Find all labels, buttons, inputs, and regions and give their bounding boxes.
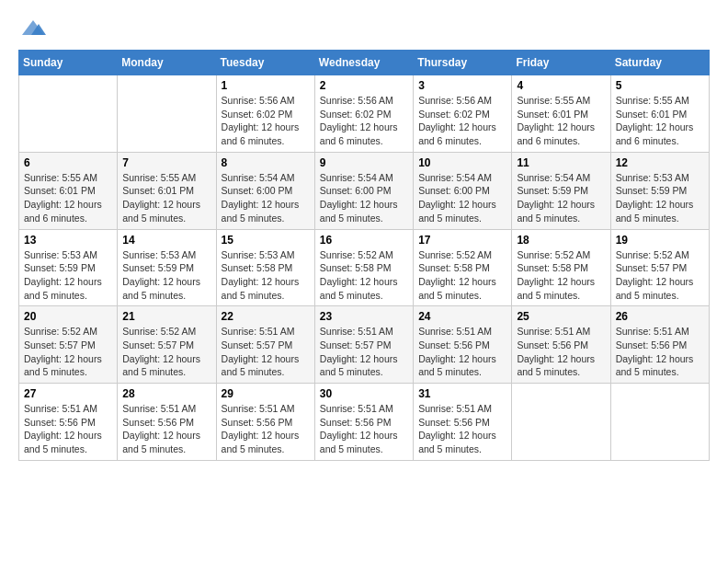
day-number: 12 bbox=[616, 156, 704, 169]
day-info: Sunrise: 5:51 AM Sunset: 5:56 PM Dayligh… bbox=[24, 402, 112, 456]
day-info: Sunrise: 5:51 AM Sunset: 5:56 PM Dayligh… bbox=[517, 325, 605, 379]
logo bbox=[18, 18, 46, 35]
week-row-3: 20Sunrise: 5:52 AM Sunset: 5:57 PM Dayli… bbox=[19, 306, 710, 384]
day-number: 24 bbox=[418, 310, 506, 323]
day-number: 15 bbox=[222, 234, 310, 247]
day-info: Sunrise: 5:55 AM Sunset: 6:01 PM Dayligh… bbox=[616, 94, 704, 148]
day-info: Sunrise: 5:53 AM Sunset: 5:58 PM Dayligh… bbox=[222, 248, 310, 303]
day-info: Sunrise: 5:52 AM Sunset: 5:57 PM Dayligh… bbox=[616, 248, 704, 303]
calendar-cell: 16Sunrise: 5:52 AM Sunset: 5:58 PM Dayli… bbox=[314, 229, 413, 306]
calendar-cell bbox=[610, 384, 709, 461]
day-info: Sunrise: 5:54 AM Sunset: 6:00 PM Dayligh… bbox=[320, 171, 408, 225]
day-number: 21 bbox=[122, 310, 210, 323]
calendar-cell: 26Sunrise: 5:51 AM Sunset: 5:56 PM Dayli… bbox=[610, 306, 709, 384]
day-info: Sunrise: 5:51 AM Sunset: 5:56 PM Dayligh… bbox=[616, 325, 704, 379]
calendar-cell: 18Sunrise: 5:52 AM Sunset: 5:58 PM Dayli… bbox=[512, 229, 610, 306]
day-info: Sunrise: 5:56 AM Sunset: 6:02 PM Dayligh… bbox=[418, 94, 506, 148]
week-row-1: 6Sunrise: 5:55 AM Sunset: 6:01 PM Daylig… bbox=[19, 152, 710, 229]
day-number: 26 bbox=[616, 310, 704, 323]
calendar-cell: 27Sunrise: 5:51 AM Sunset: 5:56 PM Dayli… bbox=[19, 384, 118, 461]
calendar-cell: 14Sunrise: 5:53 AM Sunset: 5:59 PM Dayli… bbox=[118, 229, 216, 306]
calendar-cell: 12Sunrise: 5:53 AM Sunset: 5:59 PM Dayli… bbox=[610, 152, 709, 229]
week-row-0: 1Sunrise: 5:56 AM Sunset: 6:02 PM Daylig… bbox=[19, 75, 710, 153]
calendar-cell: 17Sunrise: 5:52 AM Sunset: 5:58 PM Dayli… bbox=[414, 229, 512, 306]
day-info: Sunrise: 5:53 AM Sunset: 5:59 PM Dayligh… bbox=[122, 248, 210, 303]
day-info: Sunrise: 5:51 AM Sunset: 5:56 PM Dayligh… bbox=[418, 325, 506, 379]
calendar-cell: 7Sunrise: 5:55 AM Sunset: 6:01 PM Daylig… bbox=[118, 152, 216, 229]
calendar-cell: 22Sunrise: 5:51 AM Sunset: 5:57 PM Dayli… bbox=[216, 306, 314, 384]
day-number: 7 bbox=[122, 156, 210, 169]
day-number: 4 bbox=[517, 79, 605, 92]
day-info: Sunrise: 5:51 AM Sunset: 5:56 PM Dayligh… bbox=[122, 402, 210, 456]
header-sunday: Sunday bbox=[19, 51, 118, 75]
calendar-cell bbox=[118, 75, 216, 153]
day-number: 25 bbox=[517, 310, 605, 323]
calendar-cell: 4Sunrise: 5:55 AM Sunset: 6:01 PM Daylig… bbox=[512, 75, 610, 153]
day-info: Sunrise: 5:52 AM Sunset: 5:57 PM Dayligh… bbox=[122, 325, 210, 379]
day-info: Sunrise: 5:52 AM Sunset: 5:58 PM Dayligh… bbox=[320, 248, 408, 303]
day-info: Sunrise: 5:52 AM Sunset: 5:58 PM Dayligh… bbox=[418, 248, 506, 303]
day-number: 18 bbox=[517, 234, 605, 247]
day-info: Sunrise: 5:56 AM Sunset: 6:02 PM Dayligh… bbox=[222, 94, 310, 148]
page-header bbox=[18, 18, 710, 35]
day-number: 11 bbox=[517, 156, 605, 169]
day-info: Sunrise: 5:56 AM Sunset: 6:02 PM Dayligh… bbox=[320, 94, 408, 148]
day-number: 22 bbox=[222, 310, 310, 323]
day-info: Sunrise: 5:51 AM Sunset: 5:57 PM Dayligh… bbox=[222, 325, 310, 379]
week-row-2: 13Sunrise: 5:53 AM Sunset: 5:59 PM Dayli… bbox=[19, 229, 710, 306]
calendar-cell: 1Sunrise: 5:56 AM Sunset: 6:02 PM Daylig… bbox=[216, 75, 314, 153]
day-info: Sunrise: 5:52 AM Sunset: 5:57 PM Dayligh… bbox=[24, 325, 112, 379]
day-number: 29 bbox=[222, 387, 310, 400]
calendar-cell: 29Sunrise: 5:51 AM Sunset: 5:56 PM Dayli… bbox=[216, 384, 314, 461]
day-number: 10 bbox=[418, 156, 506, 169]
day-info: Sunrise: 5:51 AM Sunset: 5:56 PM Dayligh… bbox=[320, 402, 408, 456]
calendar-cell: 28Sunrise: 5:51 AM Sunset: 5:56 PM Dayli… bbox=[118, 384, 216, 461]
day-info: Sunrise: 5:51 AM Sunset: 5:56 PM Dayligh… bbox=[222, 402, 310, 456]
day-number: 30 bbox=[320, 387, 408, 400]
calendar-cell: 2Sunrise: 5:56 AM Sunset: 6:02 PM Daylig… bbox=[314, 75, 413, 153]
calendar-header-row: SundayMondayTuesdayWednesdayThursdayFrid… bbox=[19, 51, 710, 75]
day-number: 28 bbox=[122, 387, 210, 400]
day-number: 8 bbox=[222, 156, 310, 169]
day-number: 3 bbox=[418, 79, 506, 92]
day-number: 17 bbox=[418, 234, 506, 247]
calendar-cell: 11Sunrise: 5:54 AM Sunset: 5:59 PM Dayli… bbox=[512, 152, 610, 229]
header-tuesday: Tuesday bbox=[216, 51, 314, 75]
header-saturday: Saturday bbox=[610, 51, 709, 75]
day-info: Sunrise: 5:51 AM Sunset: 5:57 PM Dayligh… bbox=[320, 325, 408, 379]
calendar-cell: 8Sunrise: 5:54 AM Sunset: 6:00 PM Daylig… bbox=[216, 152, 314, 229]
header-monday: Monday bbox=[118, 51, 216, 75]
day-number: 5 bbox=[616, 79, 704, 92]
calendar-cell: 31Sunrise: 5:51 AM Sunset: 5:56 PM Dayli… bbox=[414, 384, 512, 461]
day-number: 23 bbox=[320, 310, 408, 323]
day-number: 27 bbox=[24, 387, 112, 400]
header-thursday: Thursday bbox=[414, 51, 512, 75]
day-number: 31 bbox=[418, 387, 506, 400]
header-wednesday: Wednesday bbox=[314, 51, 413, 75]
day-number: 19 bbox=[616, 234, 704, 247]
day-number: 13 bbox=[24, 234, 112, 247]
header-friday: Friday bbox=[512, 51, 610, 75]
day-info: Sunrise: 5:51 AM Sunset: 5:56 PM Dayligh… bbox=[418, 402, 506, 456]
day-info: Sunrise: 5:54 AM Sunset: 5:59 PM Dayligh… bbox=[517, 171, 605, 225]
day-number: 9 bbox=[320, 156, 408, 169]
calendar-cell: 3Sunrise: 5:56 AM Sunset: 6:02 PM Daylig… bbox=[414, 75, 512, 153]
week-row-4: 27Sunrise: 5:51 AM Sunset: 5:56 PM Dayli… bbox=[19, 384, 710, 461]
day-info: Sunrise: 5:53 AM Sunset: 5:59 PM Dayligh… bbox=[616, 171, 704, 225]
calendar-cell: 24Sunrise: 5:51 AM Sunset: 5:56 PM Dayli… bbox=[414, 306, 512, 384]
day-number: 14 bbox=[122, 234, 210, 247]
day-info: Sunrise: 5:54 AM Sunset: 6:00 PM Dayligh… bbox=[222, 171, 310, 225]
calendar-cell: 20Sunrise: 5:52 AM Sunset: 5:57 PM Dayli… bbox=[19, 306, 118, 384]
calendar-cell: 10Sunrise: 5:54 AM Sunset: 6:00 PM Dayli… bbox=[414, 152, 512, 229]
day-info: Sunrise: 5:52 AM Sunset: 5:58 PM Dayligh… bbox=[517, 248, 605, 303]
day-info: Sunrise: 5:53 AM Sunset: 5:59 PM Dayligh… bbox=[24, 248, 112, 303]
day-info: Sunrise: 5:55 AM Sunset: 6:01 PM Dayligh… bbox=[517, 94, 605, 148]
calendar-cell: 5Sunrise: 5:55 AM Sunset: 6:01 PM Daylig… bbox=[610, 75, 709, 153]
calendar-cell: 21Sunrise: 5:52 AM Sunset: 5:57 PM Dayli… bbox=[118, 306, 216, 384]
calendar-cell: 9Sunrise: 5:54 AM Sunset: 6:00 PM Daylig… bbox=[314, 152, 413, 229]
day-number: 6 bbox=[24, 156, 112, 169]
calendar-cell: 25Sunrise: 5:51 AM Sunset: 5:56 PM Dayli… bbox=[512, 306, 610, 384]
logo-icon bbox=[20, 18, 46, 39]
calendar-cell: 15Sunrise: 5:53 AM Sunset: 5:58 PM Dayli… bbox=[216, 229, 314, 306]
day-info: Sunrise: 5:55 AM Sunset: 6:01 PM Dayligh… bbox=[24, 171, 112, 225]
